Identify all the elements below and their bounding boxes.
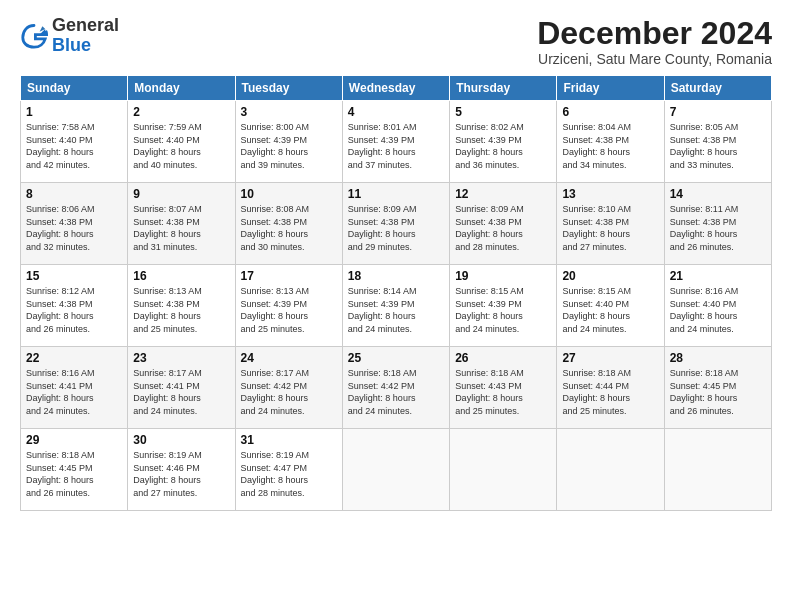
day-info: Sunrise: 8:18 AM Sunset: 4:44 PM Dayligh… xyxy=(562,367,658,417)
calendar-header-cell: Saturday xyxy=(664,76,771,101)
day-info: Sunrise: 8:18 AM Sunset: 4:45 PM Dayligh… xyxy=(26,449,122,499)
calendar-day-cell: 25Sunrise: 8:18 AM Sunset: 4:42 PM Dayli… xyxy=(342,347,449,429)
day-info: Sunrise: 8:02 AM Sunset: 4:39 PM Dayligh… xyxy=(455,121,551,171)
day-info: Sunrise: 8:14 AM Sunset: 4:39 PM Dayligh… xyxy=(348,285,444,335)
calendar-day-cell: 27Sunrise: 8:18 AM Sunset: 4:44 PM Dayli… xyxy=(557,347,664,429)
calendar-day-cell: 31Sunrise: 8:19 AM Sunset: 4:47 PM Dayli… xyxy=(235,429,342,511)
header: General Blue December 2024 Urziceni, Sat… xyxy=(20,16,772,67)
day-info: Sunrise: 7:59 AM Sunset: 4:40 PM Dayligh… xyxy=(133,121,229,171)
day-info: Sunrise: 8:01 AM Sunset: 4:39 PM Dayligh… xyxy=(348,121,444,171)
calendar-day-cell: 4Sunrise: 8:01 AM Sunset: 4:39 PM Daylig… xyxy=(342,101,449,183)
calendar-day-cell: 10Sunrise: 8:08 AM Sunset: 4:38 PM Dayli… xyxy=(235,183,342,265)
day-number: 9 xyxy=(133,187,229,201)
calendar-day-cell: 13Sunrise: 8:10 AM Sunset: 4:38 PM Dayli… xyxy=(557,183,664,265)
calendar-day-cell: 24Sunrise: 8:17 AM Sunset: 4:42 PM Dayli… xyxy=(235,347,342,429)
logo-blue: Blue xyxy=(52,36,119,56)
day-number: 31 xyxy=(241,433,337,447)
calendar-header-cell: Monday xyxy=(128,76,235,101)
day-info: Sunrise: 8:05 AM Sunset: 4:38 PM Dayligh… xyxy=(670,121,766,171)
day-number: 20 xyxy=(562,269,658,283)
day-number: 28 xyxy=(670,351,766,365)
calendar-header-cell: Wednesday xyxy=(342,76,449,101)
calendar-day-cell: 11Sunrise: 8:09 AM Sunset: 4:38 PM Dayli… xyxy=(342,183,449,265)
title-block: December 2024 Urziceni, Satu Mare County… xyxy=(537,16,772,67)
day-number: 22 xyxy=(26,351,122,365)
day-number: 14 xyxy=(670,187,766,201)
calendar-day-cell: 7Sunrise: 8:05 AM Sunset: 4:38 PM Daylig… xyxy=(664,101,771,183)
calendar-week-row: 15Sunrise: 8:12 AM Sunset: 4:38 PM Dayli… xyxy=(21,265,772,347)
calendar-day-cell xyxy=(450,429,557,511)
calendar-day-cell xyxy=(664,429,771,511)
day-number: 8 xyxy=(26,187,122,201)
calendar-day-cell: 14Sunrise: 8:11 AM Sunset: 4:38 PM Dayli… xyxy=(664,183,771,265)
calendar-day-cell: 21Sunrise: 8:16 AM Sunset: 4:40 PM Dayli… xyxy=(664,265,771,347)
calendar-day-cell: 30Sunrise: 8:19 AM Sunset: 4:46 PM Dayli… xyxy=(128,429,235,511)
day-info: Sunrise: 8:04 AM Sunset: 4:38 PM Dayligh… xyxy=(562,121,658,171)
day-info: Sunrise: 8:18 AM Sunset: 4:43 PM Dayligh… xyxy=(455,367,551,417)
day-info: Sunrise: 8:16 AM Sunset: 4:41 PM Dayligh… xyxy=(26,367,122,417)
day-number: 30 xyxy=(133,433,229,447)
day-number: 11 xyxy=(348,187,444,201)
day-number: 18 xyxy=(348,269,444,283)
day-info: Sunrise: 7:58 AM Sunset: 4:40 PM Dayligh… xyxy=(26,121,122,171)
calendar-day-cell: 29Sunrise: 8:18 AM Sunset: 4:45 PM Dayli… xyxy=(21,429,128,511)
calendar-day-cell: 23Sunrise: 8:17 AM Sunset: 4:41 PM Dayli… xyxy=(128,347,235,429)
day-number: 21 xyxy=(670,269,766,283)
day-info: Sunrise: 8:09 AM Sunset: 4:38 PM Dayligh… xyxy=(455,203,551,253)
day-number: 29 xyxy=(26,433,122,447)
day-number: 17 xyxy=(241,269,337,283)
calendar-day-cell: 19Sunrise: 8:15 AM Sunset: 4:39 PM Dayli… xyxy=(450,265,557,347)
day-info: Sunrise: 8:15 AM Sunset: 4:40 PM Dayligh… xyxy=(562,285,658,335)
calendar-day-cell: 17Sunrise: 8:13 AM Sunset: 4:39 PM Dayli… xyxy=(235,265,342,347)
day-info: Sunrise: 8:15 AM Sunset: 4:39 PM Dayligh… xyxy=(455,285,551,335)
calendar-day-cell: 8Sunrise: 8:06 AM Sunset: 4:38 PM Daylig… xyxy=(21,183,128,265)
calendar-day-cell: 22Sunrise: 8:16 AM Sunset: 4:41 PM Dayli… xyxy=(21,347,128,429)
calendar-header-cell: Tuesday xyxy=(235,76,342,101)
calendar-day-cell: 9Sunrise: 8:07 AM Sunset: 4:38 PM Daylig… xyxy=(128,183,235,265)
calendar-day-cell: 12Sunrise: 8:09 AM Sunset: 4:38 PM Dayli… xyxy=(450,183,557,265)
calendar-week-row: 29Sunrise: 8:18 AM Sunset: 4:45 PM Dayli… xyxy=(21,429,772,511)
calendar-day-cell: 20Sunrise: 8:15 AM Sunset: 4:40 PM Dayli… xyxy=(557,265,664,347)
day-info: Sunrise: 8:09 AM Sunset: 4:38 PM Dayligh… xyxy=(348,203,444,253)
day-number: 2 xyxy=(133,105,229,119)
logo-icon xyxy=(20,22,48,50)
day-number: 6 xyxy=(562,105,658,119)
day-number: 15 xyxy=(26,269,122,283)
day-number: 19 xyxy=(455,269,551,283)
day-number: 4 xyxy=(348,105,444,119)
calendar-day-cell: 26Sunrise: 8:18 AM Sunset: 4:43 PM Dayli… xyxy=(450,347,557,429)
calendar-table: SundayMondayTuesdayWednesdayThursdayFrid… xyxy=(20,75,772,511)
day-info: Sunrise: 8:11 AM Sunset: 4:38 PM Dayligh… xyxy=(670,203,766,253)
calendar-week-row: 1Sunrise: 7:58 AM Sunset: 4:40 PM Daylig… xyxy=(21,101,772,183)
calendar-header-cell: Sunday xyxy=(21,76,128,101)
day-info: Sunrise: 8:13 AM Sunset: 4:38 PM Dayligh… xyxy=(133,285,229,335)
day-number: 24 xyxy=(241,351,337,365)
day-info: Sunrise: 8:12 AM Sunset: 4:38 PM Dayligh… xyxy=(26,285,122,335)
calendar-title: December 2024 xyxy=(537,16,772,51)
calendar-header-cell: Thursday xyxy=(450,76,557,101)
day-number: 12 xyxy=(455,187,551,201)
day-info: Sunrise: 8:08 AM Sunset: 4:38 PM Dayligh… xyxy=(241,203,337,253)
day-info: Sunrise: 8:13 AM Sunset: 4:39 PM Dayligh… xyxy=(241,285,337,335)
day-info: Sunrise: 8:18 AM Sunset: 4:45 PM Dayligh… xyxy=(670,367,766,417)
calendar-subtitle: Urziceni, Satu Mare County, Romania xyxy=(537,51,772,67)
day-number: 5 xyxy=(455,105,551,119)
day-number: 23 xyxy=(133,351,229,365)
day-number: 27 xyxy=(562,351,658,365)
calendar-header-row: SundayMondayTuesdayWednesdayThursdayFrid… xyxy=(21,76,772,101)
day-number: 25 xyxy=(348,351,444,365)
calendar-week-row: 22Sunrise: 8:16 AM Sunset: 4:41 PM Dayli… xyxy=(21,347,772,429)
day-number: 7 xyxy=(670,105,766,119)
calendar-day-cell xyxy=(342,429,449,511)
calendar-day-cell: 16Sunrise: 8:13 AM Sunset: 4:38 PM Dayli… xyxy=(128,265,235,347)
calendar-week-row: 8Sunrise: 8:06 AM Sunset: 4:38 PM Daylig… xyxy=(21,183,772,265)
logo-text: General Blue xyxy=(52,16,119,56)
page: General Blue December 2024 Urziceni, Sat… xyxy=(0,0,792,612)
day-info: Sunrise: 8:00 AM Sunset: 4:39 PM Dayligh… xyxy=(241,121,337,171)
day-number: 16 xyxy=(133,269,229,283)
day-number: 26 xyxy=(455,351,551,365)
calendar-day-cell: 5Sunrise: 8:02 AM Sunset: 4:39 PM Daylig… xyxy=(450,101,557,183)
calendar-day-cell: 15Sunrise: 8:12 AM Sunset: 4:38 PM Dayli… xyxy=(21,265,128,347)
day-number: 1 xyxy=(26,105,122,119)
calendar-day-cell: 3Sunrise: 8:00 AM Sunset: 4:39 PM Daylig… xyxy=(235,101,342,183)
